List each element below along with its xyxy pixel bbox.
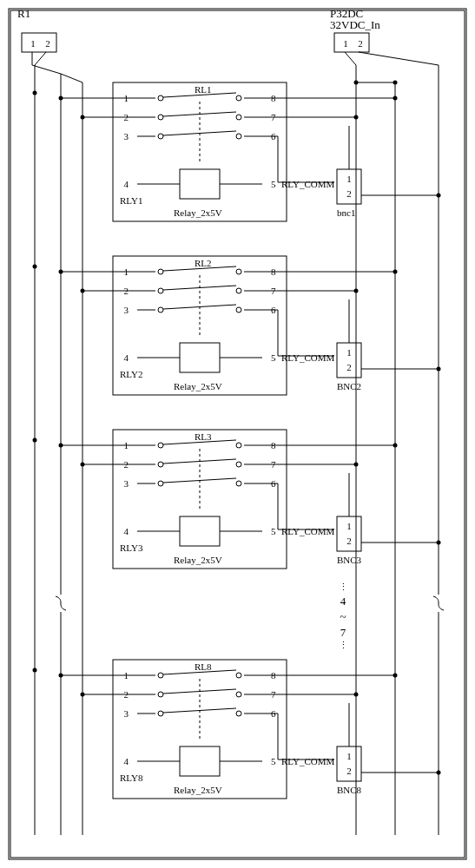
svg-point-160 bbox=[81, 463, 85, 467]
svg-text:Relay_2x5V: Relay_2x5V bbox=[174, 555, 222, 565]
svg-point-223 bbox=[393, 674, 398, 678]
svg-text:3: 3 bbox=[124, 131, 129, 141]
svg-point-225 bbox=[354, 693, 359, 697]
svg-text:2: 2 bbox=[45, 38, 50, 49]
svg-text:R1: R1 bbox=[17, 7, 30, 20]
svg-point-28 bbox=[236, 95, 241, 101]
svg-text:⋮: ⋮ bbox=[339, 582, 348, 592]
svg-text:1: 1 bbox=[346, 521, 352, 531]
relay-RLY3: RL318273645RLY_COMMRLY3Relay_2x5V bbox=[113, 430, 334, 569]
svg-point-139 bbox=[236, 462, 241, 467]
svg-point-202 bbox=[158, 711, 163, 716]
svg-text:RLY_COMM: RLY_COMM bbox=[281, 352, 334, 363]
svg-point-54 bbox=[59, 96, 63, 101]
svg-point-176 bbox=[437, 541, 441, 545]
svg-point-195 bbox=[158, 692, 163, 697]
svg-point-143 bbox=[158, 481, 163, 486]
svg-text:RLY3: RLY3 bbox=[120, 542, 143, 553]
svg-point-114 bbox=[354, 289, 359, 293]
svg-text:1: 1 bbox=[346, 751, 352, 761]
svg-point-162 bbox=[33, 438, 37, 443]
svg-point-91 bbox=[158, 307, 163, 312]
svg-point-112 bbox=[393, 270, 398, 274]
svg-point-77 bbox=[158, 269, 163, 274]
svg-text:32VDC_In: 32VDC_In bbox=[330, 18, 380, 31]
svg-point-191 bbox=[236, 673, 241, 678]
svg-point-87 bbox=[236, 288, 241, 293]
svg-point-94 bbox=[236, 307, 241, 312]
relay-RLY8: RL818273645RLY_COMMRLY8Relay_2x5V bbox=[113, 660, 334, 799]
svg-point-198 bbox=[236, 692, 241, 697]
svg-text:4: 4 bbox=[124, 179, 129, 189]
svg-text:5: 5 bbox=[271, 526, 276, 536]
svg-text:RL3: RL3 bbox=[195, 431, 212, 442]
svg-text:5: 5 bbox=[271, 352, 276, 363]
svg-rect-97 bbox=[180, 343, 220, 372]
svg-text:2: 2 bbox=[346, 766, 352, 776]
svg-text:RLY_COMM: RLY_COMM bbox=[281, 526, 334, 536]
svg-text:2: 2 bbox=[346, 536, 352, 546]
svg-text:5: 5 bbox=[271, 756, 276, 766]
svg-point-60 bbox=[393, 96, 398, 101]
svg-point-108 bbox=[81, 289, 85, 293]
schematic-root: R112P32DC32VDC_In12RL118273645RLY_COMMRL… bbox=[0, 0, 475, 868]
svg-point-158 bbox=[59, 444, 63, 448]
svg-point-221 bbox=[33, 668, 37, 673]
svg-point-25 bbox=[158, 95, 163, 101]
relay-RLY1: RL118273645RLY_COMMRLY1Relay_2x5V bbox=[113, 82, 334, 221]
svg-rect-208 bbox=[180, 746, 220, 776]
svg-rect-149 bbox=[180, 516, 220, 546]
svg-point-235 bbox=[437, 771, 441, 775]
svg-point-39 bbox=[158, 134, 163, 139]
svg-rect-3 bbox=[22, 33, 56, 52]
svg-point-110 bbox=[33, 265, 37, 269]
relay-RLY2: RL218273645RLY_COMMRLY2Relay_2x5V bbox=[113, 256, 334, 395]
svg-text:Relay_2x5V: Relay_2x5V bbox=[174, 381, 222, 391]
svg-text:Relay_2x5V: Relay_2x5V bbox=[174, 785, 222, 795]
svg-text:Relay_2x5V: Relay_2x5V bbox=[174, 207, 222, 218]
svg-text:5: 5 bbox=[271, 179, 276, 189]
svg-text:4: 4 bbox=[124, 352, 129, 363]
svg-text:4: 4 bbox=[124, 756, 129, 766]
svg-text:2: 2 bbox=[358, 38, 363, 49]
svg-text:4: 4 bbox=[124, 526, 129, 536]
svg-point-205 bbox=[236, 711, 241, 716]
svg-text:1: 1 bbox=[30, 38, 36, 49]
svg-text:RLY2: RLY2 bbox=[120, 369, 142, 379]
svg-point-124 bbox=[437, 367, 441, 372]
svg-text:~: ~ bbox=[340, 610, 346, 623]
svg-text:2: 2 bbox=[346, 362, 352, 372]
svg-text:1: 1 bbox=[343, 38, 348, 49]
svg-point-80 bbox=[236, 269, 241, 274]
svg-point-84 bbox=[158, 288, 163, 293]
svg-point-42 bbox=[236, 134, 241, 139]
svg-text:RL8: RL8 bbox=[195, 661, 212, 672]
svg-point-72 bbox=[437, 194, 441, 198]
svg-line-236 bbox=[32, 65, 61, 74]
svg-point-58 bbox=[33, 91, 37, 95]
svg-point-129 bbox=[158, 443, 163, 448]
svg-text:4: 4 bbox=[340, 595, 346, 608]
svg-point-62 bbox=[354, 115, 359, 120]
svg-text:1: 1 bbox=[346, 347, 352, 358]
svg-text:BNC8: BNC8 bbox=[337, 785, 362, 795]
svg-rect-8 bbox=[334, 33, 369, 52]
svg-line-237 bbox=[61, 74, 82, 82]
svg-point-35 bbox=[236, 115, 241, 120]
svg-text:2: 2 bbox=[346, 188, 352, 199]
svg-text:BNC2: BNC2 bbox=[337, 381, 361, 391]
svg-point-219 bbox=[81, 693, 85, 697]
svg-point-132 bbox=[236, 443, 241, 448]
svg-point-146 bbox=[236, 481, 241, 486]
svg-point-164 bbox=[393, 444, 398, 448]
svg-text:RLY8: RLY8 bbox=[120, 773, 143, 783]
svg-text:BNC3: BNC3 bbox=[337, 555, 362, 565]
svg-line-18 bbox=[359, 52, 439, 65]
svg-point-188 bbox=[158, 673, 163, 678]
svg-text:RLY_COMM: RLY_COMM bbox=[281, 756, 334, 766]
svg-point-32 bbox=[158, 115, 163, 120]
svg-text:3: 3 bbox=[124, 305, 129, 315]
svg-text:3: 3 bbox=[124, 708, 129, 719]
svg-text:RLY1: RLY1 bbox=[120, 195, 142, 206]
svg-point-217 bbox=[59, 674, 63, 678]
